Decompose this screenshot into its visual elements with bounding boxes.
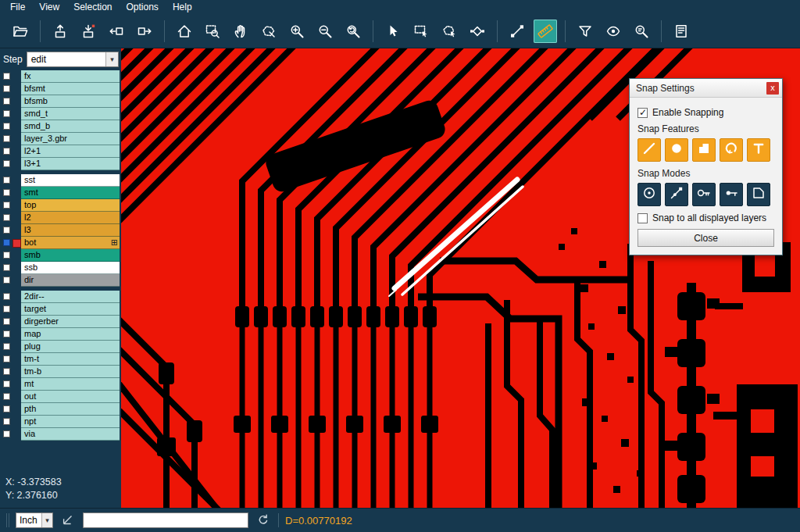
snap-all-layers-checkbox[interactable] bbox=[638, 213, 648, 223]
unit-select[interactable]: Inch ▾ bbox=[16, 512, 53, 528]
command-input[interactable] bbox=[83, 512, 248, 528]
layer-name[interactable]: bfsmt bbox=[21, 83, 120, 95]
layer-name[interactable]: smt bbox=[21, 187, 120, 199]
layer-name[interactable]: via bbox=[21, 428, 120, 441]
layer-active-indicator[interactable] bbox=[12, 403, 21, 416]
layer-name[interactable]: map bbox=[21, 328, 120, 341]
layer-grid-icon[interactable]: ⊞ bbox=[111, 237, 118, 248]
layer-active-indicator[interactable] bbox=[12, 174, 21, 187]
layer-name[interactable]: l2 bbox=[21, 212, 120, 224]
layer-active-indicator[interactable] bbox=[12, 95, 21, 108]
layer-name[interactable]: bfsmb bbox=[21, 95, 120, 108]
layer-name[interactable]: out bbox=[21, 391, 120, 403]
layer-name[interactable]: sst bbox=[21, 174, 120, 187]
layer-row-layer_3.gbr[interactable]: layer_3.gbr bbox=[0, 133, 121, 145]
layer-visibility-checkbox[interactable] bbox=[3, 252, 10, 259]
layer-active-indicator[interactable] bbox=[12, 224, 21, 237]
layer-visibility-checkbox[interactable] bbox=[3, 123, 10, 130]
layer-active-indicator[interactable] bbox=[12, 428, 21, 441]
enable-snapping-checkbox[interactable] bbox=[638, 108, 648, 118]
layer-active-indicator[interactable] bbox=[12, 70, 21, 83]
layer-row-l3[interactable]: l3 bbox=[0, 224, 121, 237]
layer-visibility-checkbox[interactable] bbox=[3, 293, 10, 300]
layer-row-smt[interactable]: smt bbox=[0, 187, 121, 199]
menu-help[interactable]: Help bbox=[166, 0, 199, 15]
angle-measure-icon[interactable] bbox=[59, 512, 77, 529]
layer-row-smd_b[interactable]: smd_b bbox=[0, 120, 121, 133]
layer-visibility-checkbox[interactable] bbox=[3, 239, 10, 246]
filter-funnel-button[interactable] bbox=[573, 20, 597, 43]
layer-visibility-checkbox[interactable] bbox=[3, 177, 10, 184]
snap-mode-key-button[interactable] bbox=[692, 183, 716, 206]
layer-visibility-checkbox[interactable] bbox=[3, 202, 10, 209]
menu-view[interactable]: View bbox=[32, 0, 66, 15]
select-pointer-button[interactable] bbox=[381, 20, 405, 43]
layer-row-tm-b[interactable]: tm-b bbox=[0, 366, 121, 378]
snap-mode-center-button[interactable] bbox=[638, 183, 661, 206]
layer-row-smb[interactable]: smb bbox=[0, 249, 121, 262]
layer-active-indicator[interactable] bbox=[12, 187, 21, 199]
layer-visibility-checkbox[interactable] bbox=[3, 430, 10, 437]
snap-feature-surface-button[interactable] bbox=[692, 138, 716, 162]
layer-name[interactable]: l3 bbox=[21, 224, 120, 237]
open-folder-button[interactable] bbox=[9, 20, 32, 43]
layer-visibility-checkbox[interactable] bbox=[3, 264, 10, 271]
layer-name[interactable]: 2dir-- bbox=[21, 291, 120, 303]
layer-active-indicator[interactable] bbox=[12, 83, 21, 95]
layer-active-indicator[interactable] bbox=[12, 108, 21, 120]
chevron-down-icon[interactable]: ▾ bbox=[105, 52, 118, 66]
layer-row-ssb[interactable]: ssb bbox=[0, 262, 121, 274]
select-polygon-button[interactable] bbox=[438, 20, 461, 43]
snap-element-button[interactable] bbox=[466, 20, 489, 43]
pan-hand-button[interactable] bbox=[229, 20, 252, 43]
zoom-window-button[interactable] bbox=[201, 20, 224, 43]
layer-name[interactable]: bot⊞ bbox=[21, 237, 120, 249]
snap-feature-arc-button[interactable] bbox=[720, 138, 743, 162]
layer-visibility-checkbox[interactable] bbox=[3, 305, 10, 312]
layer-name[interactable]: pth bbox=[21, 403, 120, 416]
layer-name[interactable]: tm-t bbox=[21, 353, 120, 366]
layer-row-bot[interactable]: bot⊞ bbox=[0, 237, 121, 249]
layer-name[interactable]: smd_t bbox=[21, 108, 120, 120]
layer-visibility-checkbox[interactable] bbox=[3, 355, 10, 362]
layer-visibility-checkbox[interactable] bbox=[3, 135, 10, 142]
home-button[interactable] bbox=[173, 20, 196, 43]
layer-row-map[interactable]: map bbox=[0, 328, 121, 341]
layer-row-l2+1[interactable]: l2+1 bbox=[0, 145, 121, 158]
export-right-button[interactable] bbox=[133, 20, 156, 43]
layer-name[interactable]: npt bbox=[21, 416, 120, 428]
layer-active-indicator[interactable] bbox=[12, 378, 21, 391]
layer-row-out[interactable]: out bbox=[0, 391, 121, 403]
layer-active-indicator[interactable] bbox=[12, 145, 21, 158]
layer-active-indicator[interactable] bbox=[12, 341, 21, 353]
layer-visibility-checkbox[interactable] bbox=[3, 98, 10, 105]
layer-visibility-checkbox[interactable] bbox=[3, 318, 10, 325]
highlight-eye-button[interactable] bbox=[602, 20, 625, 43]
layer-name[interactable]: layer_3.gbr bbox=[21, 133, 120, 145]
snap-all-layers-row[interactable]: Snap to all displayed layers bbox=[638, 212, 774, 223]
layer-visibility-checkbox[interactable] bbox=[3, 160, 10, 167]
layer-visibility-checkbox[interactable] bbox=[3, 85, 10, 92]
layer-row-tm-t[interactable]: tm-t bbox=[0, 353, 121, 366]
measure-ruler-button[interactable] bbox=[534, 20, 557, 43]
menu-selection[interactable]: Selection bbox=[66, 0, 119, 15]
snap-mode-outline-button[interactable] bbox=[747, 183, 770, 206]
chevron-down-icon[interactable]: ▾ bbox=[41, 513, 52, 527]
import-down-button[interactable] bbox=[77, 20, 100, 43]
step-select[interactable]: edit ▾ bbox=[27, 52, 119, 67]
snap-feature-text-button[interactable] bbox=[747, 138, 770, 162]
find-text-button[interactable] bbox=[630, 20, 653, 43]
zoom-polygon-button[interactable] bbox=[257, 20, 280, 43]
layer-active-indicator[interactable] bbox=[12, 158, 21, 170]
layer-row-2dir--[interactable]: 2dir-- bbox=[0, 291, 121, 303]
layer-active-indicator[interactable] bbox=[12, 133, 21, 145]
layer-active-indicator[interactable] bbox=[12, 416, 21, 428]
layer-row-via[interactable]: via bbox=[0, 428, 121, 441]
layer-active-indicator[interactable] bbox=[12, 291, 21, 303]
layer-active-indicator[interactable] bbox=[12, 274, 21, 287]
layer-active-indicator[interactable] bbox=[12, 249, 21, 262]
layer-name[interactable]: ssb bbox=[21, 262, 120, 274]
layer-row-top[interactable]: top bbox=[0, 199, 121, 212]
layer-active-indicator[interactable] bbox=[12, 262, 21, 274]
layer-visibility-checkbox[interactable] bbox=[3, 418, 10, 425]
